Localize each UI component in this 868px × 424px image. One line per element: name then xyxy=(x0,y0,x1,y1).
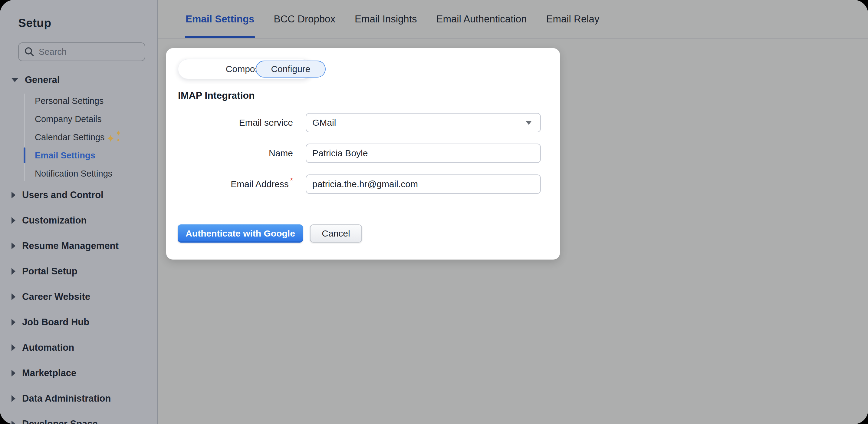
sidebar-section-label: Users and Control xyxy=(22,190,103,200)
toggle-configure[interactable]: Configure xyxy=(256,61,326,78)
chevron-right-icon xyxy=(11,217,16,224)
sidebar-item-calendar-settings[interactable]: Calendar Settings ✦✦✦ xyxy=(0,128,157,146)
cancel-button[interactable]: Cancel xyxy=(310,224,362,243)
sidebar-collapsed-sections: Users and Control Customization Resume M… xyxy=(0,182,157,424)
chevron-right-icon xyxy=(11,344,16,351)
sidebar-item-label: Personal Settings xyxy=(35,96,103,106)
search-icon xyxy=(24,47,34,57)
sidebar-section-customization[interactable]: Customization xyxy=(0,208,157,233)
sidebar-item-email-settings[interactable]: Email Settings xyxy=(0,146,157,165)
sidebar-section-general[interactable]: General xyxy=(0,73,157,87)
sidebar-item-label: Company Details xyxy=(35,114,102,124)
sidebar-section-marketplace[interactable]: Marketplace xyxy=(0,360,157,386)
tab-email-authentication[interactable]: Email Authentication xyxy=(435,0,527,38)
sidebar-section-developer-space[interactable]: Developer Space xyxy=(0,411,157,424)
sidebar-section-label: Resume Management xyxy=(22,241,119,251)
sidebar-item-notification-settings[interactable]: Notification Settings xyxy=(0,165,157,182)
label-text: Email service xyxy=(239,117,293,128)
tab-email-insights[interactable]: Email Insights xyxy=(354,0,417,38)
chevron-down-icon xyxy=(526,121,532,125)
sidebar-item-label: Email Settings xyxy=(35,150,95,161)
tab-email-settings[interactable]: Email Settings xyxy=(185,0,255,38)
sidebar-section-label: Data Administration xyxy=(22,393,111,404)
sidebar-section-label: Marketplace xyxy=(22,368,76,378)
sidebar-section-users-and-control[interactable]: Users and Control xyxy=(0,182,157,208)
chevron-right-icon xyxy=(11,192,16,198)
app-window: Setup General Personal Settings Company … xyxy=(0,0,868,424)
tab-email-relay[interactable]: Email Relay xyxy=(546,0,600,38)
sparkle-icon: ✦✦✦ xyxy=(106,130,123,145)
card-actions: Authenticate with Google Cancel xyxy=(178,224,362,243)
required-asterisk: * xyxy=(290,176,293,185)
compose-configure-toggle: Compose Configure xyxy=(178,59,312,79)
sidebar-section-label: Automation xyxy=(22,342,74,353)
sidebar-section-data-administration[interactable]: Data Administration xyxy=(0,386,157,411)
sidebar-section-portal-setup[interactable]: Portal Setup xyxy=(0,259,157,284)
label-text: Name xyxy=(269,148,293,159)
form-row-email-address: Email Address * xyxy=(166,174,560,194)
main-content: Email Settings BCC Dropbox Email Insight… xyxy=(158,0,868,424)
search-input[interactable] xyxy=(39,47,153,57)
chevron-down-icon xyxy=(11,78,18,82)
label-text: Email Address xyxy=(230,179,289,189)
name-field[interactable] xyxy=(306,144,540,162)
setup-sidebar: Setup General Personal Settings Company … xyxy=(0,0,158,424)
tab-bcc-dropbox[interactable]: BCC Dropbox xyxy=(273,0,336,38)
sidebar-section-label: Career Website xyxy=(22,291,90,302)
card-heading: IMAP Integration xyxy=(178,90,255,101)
sidebar-item-company-details[interactable]: Company Details xyxy=(0,110,157,128)
chevron-right-icon xyxy=(11,293,16,300)
name-field-wrap xyxy=(306,144,541,163)
active-indicator xyxy=(24,147,25,163)
chevron-right-icon xyxy=(11,421,16,424)
email-service-value: GMail xyxy=(312,117,336,128)
chevron-right-icon xyxy=(11,370,16,376)
email-address-label: Email Address * xyxy=(230,174,293,194)
chevron-right-icon xyxy=(11,319,16,326)
search-box[interactable] xyxy=(18,43,145,61)
email-settings-tabbar: Email Settings BCC Dropbox Email Insight… xyxy=(158,0,868,39)
sidebar-section-resume-management[interactable]: Resume Management xyxy=(0,233,157,259)
chevron-right-icon xyxy=(11,243,16,249)
form-row-email-service: Email service GMail xyxy=(166,113,560,132)
general-subnav: Personal Settings Company Details Calend… xyxy=(0,92,157,182)
imap-integration-card: Compose Configure IMAP Integration Email… xyxy=(166,48,560,259)
sidebar-item-personal-settings[interactable]: Personal Settings xyxy=(0,92,157,110)
email-service-select[interactable]: GMail xyxy=(306,113,541,132)
chevron-right-icon xyxy=(11,268,16,275)
chevron-right-icon xyxy=(11,395,16,402)
sidebar-item-label: Calendar Settings xyxy=(35,132,105,142)
sidebar-section-career-website[interactable]: Career Website xyxy=(0,284,157,310)
authenticate-with-google-button[interactable]: Authenticate with Google xyxy=(178,224,303,243)
sidebar-section-label: Customization xyxy=(22,215,87,226)
email-address-field-wrap xyxy=(306,174,541,194)
sidebar-title: Setup xyxy=(18,16,51,30)
email-service-label: Email service xyxy=(239,113,293,132)
sidebar-section-automation[interactable]: Automation xyxy=(0,335,157,360)
form-row-name: Name xyxy=(166,144,560,163)
email-address-field[interactable] xyxy=(306,175,540,193)
sidebar-section-job-board-hub[interactable]: Job Board Hub xyxy=(0,310,157,335)
sidebar-section-label: Developer Space xyxy=(22,419,98,424)
name-label: Name xyxy=(269,144,293,163)
sidebar-section-label: Job Board Hub xyxy=(22,317,89,328)
sidebar-section-label: General xyxy=(25,75,60,85)
sidebar-item-label: Notification Settings xyxy=(35,169,112,179)
sidebar-section-label: Portal Setup xyxy=(22,266,78,277)
